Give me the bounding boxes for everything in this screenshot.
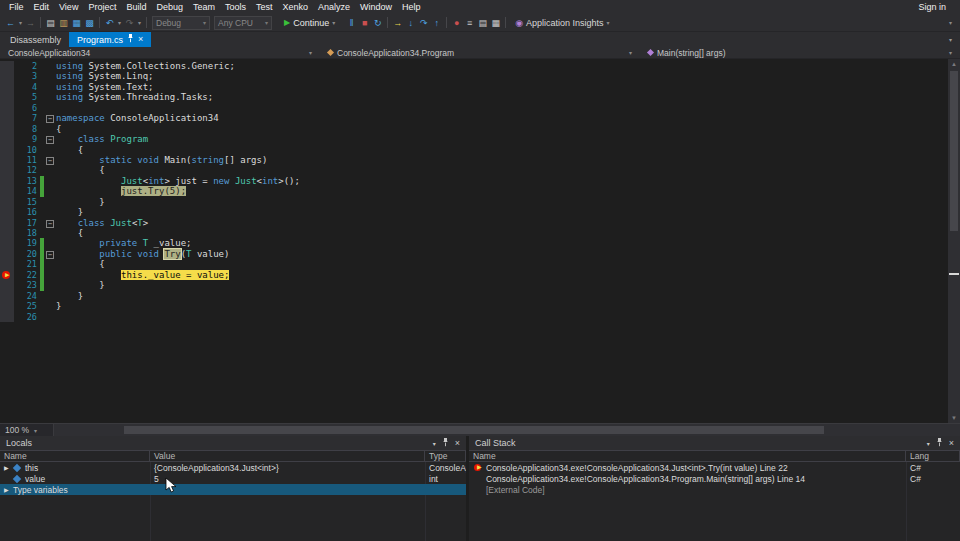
indicator-margin[interactable]	[0, 61, 14, 71]
menu-tools[interactable]: Tools	[220, 1, 251, 13]
code-line[interactable]: 12 {	[0, 165, 960, 175]
fold-toggle[interactable]: −	[44, 249, 56, 259]
window-position-icon[interactable]: ▾	[433, 440, 436, 447]
code-line[interactable]: 9− class Program	[0, 134, 960, 144]
menu-file[interactable]: File	[4, 1, 29, 13]
nav-back-icon[interactable]: ←	[4, 15, 17, 31]
step-into-icon[interactable]: ↓	[404, 15, 417, 31]
show-next-statement-icon[interactable]: →	[391, 15, 404, 31]
indicator-margin[interactable]	[0, 186, 14, 196]
output-window-icon[interactable]: ▤	[476, 15, 489, 31]
indicator-margin[interactable]	[0, 155, 14, 165]
menu-build[interactable]: Build	[121, 1, 151, 13]
save-icon[interactable]: ▦	[70, 15, 83, 31]
zoom-control[interactable]: 100 % ▾	[0, 424, 54, 436]
code-line[interactable]: 19 private T _value;	[0, 238, 960, 248]
indicator-margin[interactable]	[0, 176, 14, 186]
call-stack-row[interactable]: [External Code]	[469, 484, 960, 495]
menu-edit[interactable]: Edit	[29, 1, 55, 13]
locals-row[interactable]: ▶Type variables	[0, 484, 466, 495]
collapse-icon[interactable]: −	[46, 136, 54, 144]
indicator-margin[interactable]	[0, 113, 14, 123]
close-icon[interactable]: ×	[138, 35, 143, 44]
menu-help[interactable]: Help	[397, 1, 426, 13]
restart-icon[interactable]: ↻	[371, 15, 384, 31]
redo-dropdown-icon[interactable]: ▾	[136, 15, 143, 31]
scrollbar-thumb[interactable]	[124, 426, 824, 434]
memory-window-icon[interactable]: ▦	[489, 15, 502, 31]
code-editor[interactable]: 2using System.Collections.Generic;3using…	[0, 59, 960, 423]
scroll-down-icon[interactable]: ▼	[948, 415, 960, 421]
expand-icon[interactable]: ▶	[4, 486, 13, 493]
break-all-icon[interactable]: ‖	[345, 15, 358, 31]
menu-analyze[interactable]: Analyze	[313, 1, 355, 13]
new-file-icon[interactable]: ▤	[44, 15, 57, 31]
code-line[interactable]: 7−namespace ConsoleApplication34	[0, 113, 960, 123]
code-line[interactable]: 8{	[0, 124, 960, 134]
step-out-icon[interactable]: ↑	[430, 15, 443, 31]
locals-row[interactable]: value5int	[0, 473, 466, 484]
project-dropdown[interactable]: ConsoleApplication34 ▾	[0, 47, 320, 58]
member-dropdown[interactable]: Main(string[] args) ▾	[640, 47, 960, 58]
code-line[interactable]: 21 {	[0, 259, 960, 269]
code-line[interactable]: 2using System.Collections.Generic;	[0, 61, 960, 71]
window-position-icon[interactable]: ▾	[927, 440, 930, 447]
redo-icon[interactable]: ↷	[123, 15, 136, 31]
collapse-icon[interactable]: −	[46, 115, 54, 123]
pin-icon[interactable]	[442, 438, 449, 449]
column-header-value[interactable]: Value	[150, 451, 425, 461]
save-all-icon[interactable]: ▩	[83, 15, 96, 31]
indicator-margin[interactable]	[0, 249, 14, 259]
application-insights-dropdown[interactable]: ◉ Application Insights ▾	[509, 18, 615, 28]
nav-forward-icon[interactable]: →	[24, 15, 37, 31]
indicator-margin[interactable]	[0, 312, 14, 322]
fold-toggle[interactable]: −	[44, 134, 56, 144]
code-line[interactable]: 15 }	[0, 197, 960, 207]
undo-dropdown-icon[interactable]: ▾	[116, 15, 123, 31]
stop-debugging-icon[interactable]: ■	[358, 15, 371, 31]
breakpoints-window-icon[interactable]: ●	[450, 15, 463, 31]
locals-title-bar[interactable]: Locals ▾ ×	[0, 436, 466, 450]
collapse-icon[interactable]: −	[46, 220, 54, 228]
code-line[interactable]: 25}	[0, 301, 960, 311]
fold-toggle[interactable]: −	[44, 218, 56, 228]
code-line[interactable]: ▶22 this._value = value;	[0, 270, 960, 280]
indicator-margin[interactable]	[0, 165, 14, 175]
code-line[interactable]: 3using System.Linq;	[0, 71, 960, 81]
indicator-margin[interactable]	[0, 124, 14, 134]
solution-platform-dropdown[interactable]: Any CPU ▾	[214, 16, 272, 30]
continue-button[interactable]: ▶ Continue ▾	[278, 18, 341, 28]
nav-back-dropdown-icon[interactable]: ▾	[17, 15, 24, 31]
code-line[interactable]: 5using System.Threading.Tasks;	[0, 92, 960, 102]
indicator-margin[interactable]	[0, 134, 14, 144]
column-header-lang[interactable]: Lang	[906, 451, 960, 461]
menu-debug[interactable]: Debug	[151, 1, 188, 13]
indicator-margin[interactable]	[0, 228, 14, 238]
close-icon[interactable]: ×	[455, 439, 460, 448]
immediate-window-icon[interactable]: ≡	[463, 15, 476, 31]
indicator-margin[interactable]	[0, 71, 14, 81]
code-line[interactable]: 10 {	[0, 145, 960, 155]
code-line[interactable]: 18 {	[0, 228, 960, 238]
indicator-margin[interactable]	[0, 207, 14, 217]
menu-view[interactable]: View	[54, 1, 83, 13]
indicator-margin[interactable]	[0, 259, 14, 269]
tab-disassembly[interactable]: Disassembly	[2, 32, 69, 47]
editor-vertical-scrollbar[interactable]: ▲ ▼	[948, 59, 960, 423]
breakpoint-margin[interactable]: ▶	[0, 270, 14, 280]
code-line[interactable]: 4using System.Text;	[0, 82, 960, 92]
indicator-margin[interactable]	[0, 82, 14, 92]
menu-project[interactable]: Project	[83, 1, 121, 13]
call-stack-row[interactable]: ▶ConsoleApplication34.exe!ConsoleApplica…	[469, 462, 960, 473]
indicator-margin[interactable]	[0, 280, 14, 290]
menu-test[interactable]: Test	[251, 1, 278, 13]
undo-icon[interactable]: ↶	[103, 15, 116, 31]
code-line[interactable]: 13 Just<int> just = new Just<int>();	[0, 176, 960, 186]
editor-horizontal-scrollbar[interactable]	[54, 424, 960, 436]
collapse-icon[interactable]: −	[46, 157, 54, 165]
menu-xenko[interactable]: Xenko	[278, 1, 314, 13]
column-header-name[interactable]: Name	[0, 451, 150, 461]
call-stack-row[interactable]: ConsoleApplication34.exe!ConsoleApplicat…	[469, 473, 960, 484]
indicator-margin[interactable]	[0, 238, 14, 248]
pin-icon[interactable]	[127, 34, 134, 45]
